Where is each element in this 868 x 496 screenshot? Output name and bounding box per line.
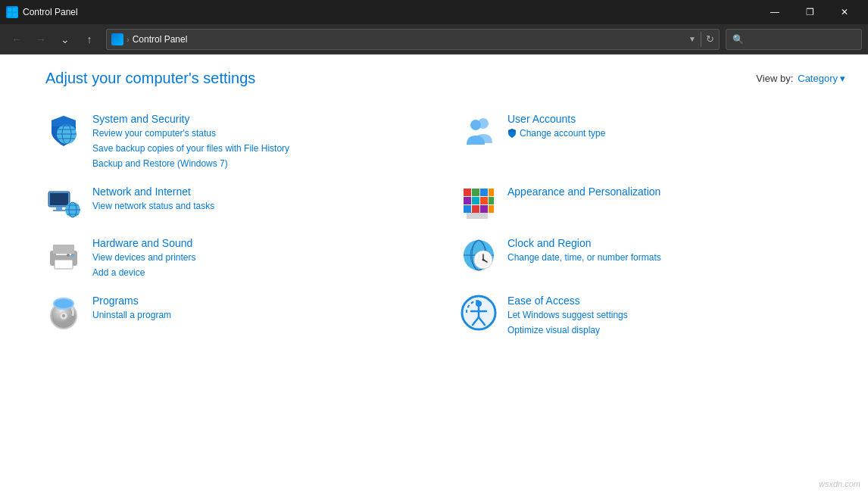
title-bar: Control Panel — ❐ ✕: [0, 0, 868, 24]
svg-point-50: [62, 314, 65, 317]
network-internet-link-1[interactable]: View network status and tasks: [92, 199, 214, 213]
categories-grid: System and Security Review your computer…: [45, 105, 845, 345]
address-icon: [111, 33, 123, 45]
view-by: View by: Category ▾: [756, 73, 845, 84]
appearance-icon: [461, 186, 497, 222]
view-by-label: View by:: [756, 73, 793, 84]
network-internet-title[interactable]: Network and Internet: [92, 186, 214, 198]
category-appearance: Appearance and Personalization: [461, 178, 845, 229]
programs-icon: [45, 295, 82, 331]
system-security-icon: [45, 113, 82, 149]
network-internet-icon: [45, 186, 82, 222]
category-network-internet: Network and Internet View network status…: [45, 178, 430, 229]
search-icon: 🔍: [732, 34, 744, 45]
svg-rect-3: [13, 13, 17, 17]
hardware-sound-icon: [45, 237, 82, 273]
svg-rect-32: [467, 213, 488, 219]
svg-rect-29: [472, 205, 479, 213]
svg-rect-31: [489, 205, 494, 213]
svg-rect-27: [489, 197, 494, 204]
hardware-sound-link-2[interactable]: Add a device: [92, 266, 196, 279]
clock-region-link-1[interactable]: Change date, time, or number formats: [507, 251, 661, 264]
programs-link-1[interactable]: Uninstall a program: [92, 308, 171, 322]
address-divider: [701, 32, 701, 47]
user-accounts-text: User Accounts Change account type: [507, 113, 605, 140]
programs-title[interactable]: Programs: [92, 295, 171, 307]
category-ease-of-access: Ease of Access Let Windows suggest setti…: [461, 287, 845, 345]
ease-of-access-link-2[interactable]: Optimize visual display: [507, 323, 628, 337]
address-bar-right: ▼ ↻: [688, 32, 714, 47]
address-dropdown-icon[interactable]: ▼: [688, 35, 696, 43]
clock-region-text: Clock and Region Change date, time, or n…: [507, 237, 661, 264]
category-system-security: System and Security Review your computer…: [45, 105, 430, 178]
svg-rect-20: [464, 189, 471, 196]
page-title: Adjust your computer's settings: [45, 70, 255, 87]
maximize-button[interactable]: ❐: [792, 0, 827, 24]
shield-badge-icon: [507, 128, 517, 139]
svg-rect-12: [50, 193, 68, 205]
appearance-title[interactable]: Appearance and Personalization: [507, 186, 660, 198]
system-security-link-2[interactable]: Save backup copies of your files with Fi…: [92, 142, 289, 155]
window-title: Control Panel: [23, 7, 78, 17]
svg-rect-35: [55, 260, 73, 269]
window-controls: — ❐ ✕: [757, 0, 862, 24]
system-security-title[interactable]: System and Security: [92, 113, 289, 125]
svg-rect-21: [472, 189, 479, 196]
close-button[interactable]: ✕: [827, 0, 862, 24]
main-content: Adjust your computer's settings View by:…: [0, 55, 868, 496]
category-user-accounts: User Accounts Change account type: [461, 105, 845, 178]
address-bar[interactable]: › Control Panel ▼ ↻: [106, 29, 720, 50]
svg-rect-26: [480, 197, 488, 204]
svg-rect-0: [8, 8, 11, 11]
clock-region-icon: [461, 237, 497, 273]
programs-text: Programs Uninstall a program: [92, 295, 171, 322]
svg-rect-2: [8, 13, 11, 17]
category-clock-region: Clock and Region Change date, time, or n…: [461, 229, 845, 287]
recent-button[interactable]: ⌄: [55, 29, 76, 50]
ease-of-access-text: Ease of Access Let Windows suggest setti…: [507, 295, 628, 337]
svg-rect-30: [480, 205, 488, 213]
svg-point-52: [55, 299, 73, 308]
svg-rect-34: [53, 245, 74, 254]
svg-point-46: [482, 259, 485, 261]
back-button[interactable]: ←: [6, 29, 27, 50]
page-header: Adjust your computer's settings View by:…: [45, 70, 845, 87]
ease-of-access-icon: [461, 295, 497, 331]
hardware-sound-title[interactable]: Hardware and Sound: [92, 237, 196, 249]
address-separator: ›: [126, 35, 130, 44]
minimize-button[interactable]: —: [757, 0, 792, 24]
up-button[interactable]: ↑: [79, 29, 100, 50]
svg-rect-25: [472, 197, 479, 204]
refresh-button[interactable]: ↻: [706, 33, 714, 45]
svg-rect-23: [489, 189, 494, 196]
ease-of-access-link-1[interactable]: Let Windows suggest settings: [507, 308, 628, 322]
category-programs: Programs Uninstall a program: [45, 287, 430, 345]
svg-rect-1: [13, 8, 17, 11]
svg-point-38: [67, 254, 70, 257]
svg-rect-13: [56, 207, 62, 210]
user-accounts-link-1[interactable]: Change account type: [507, 126, 605, 140]
svg-rect-28: [464, 205, 471, 213]
address-text: Control Panel: [133, 34, 188, 45]
search-box[interactable]: 🔍: [726, 29, 862, 50]
view-by-dropdown[interactable]: Category ▾: [798, 73, 845, 84]
ease-of-access-title[interactable]: Ease of Access: [507, 295, 628, 307]
nav-bar: ← → ⌄ ↑ › Control Panel ▼ ↻ 🔍: [0, 24, 868, 55]
hardware-sound-text: Hardware and Sound View devices and prin…: [92, 237, 196, 279]
user-accounts-title[interactable]: User Accounts: [507, 113, 605, 125]
title-bar-left: Control Panel: [6, 6, 78, 18]
system-security-link-3[interactable]: Backup and Restore (Windows 7): [92, 157, 289, 170]
hardware-sound-link-1[interactable]: View devices and printers: [92, 251, 196, 264]
system-security-link-1[interactable]: Review your computer's status: [92, 126, 289, 140]
clock-region-title[interactable]: Clock and Region: [507, 237, 661, 249]
svg-rect-24: [464, 197, 471, 204]
svg-point-10: [470, 120, 481, 130]
svg-rect-22: [480, 189, 488, 196]
network-internet-text: Network and Internet View network status…: [92, 186, 214, 213]
watermark: wsxdn.com: [819, 479, 860, 488]
user-accounts-icon: [461, 113, 497, 149]
app-icon: [6, 6, 18, 18]
system-security-text: System and Security Review your computer…: [92, 113, 289, 170]
forward-button[interactable]: →: [30, 29, 52, 50]
svg-point-37: [71, 254, 74, 257]
